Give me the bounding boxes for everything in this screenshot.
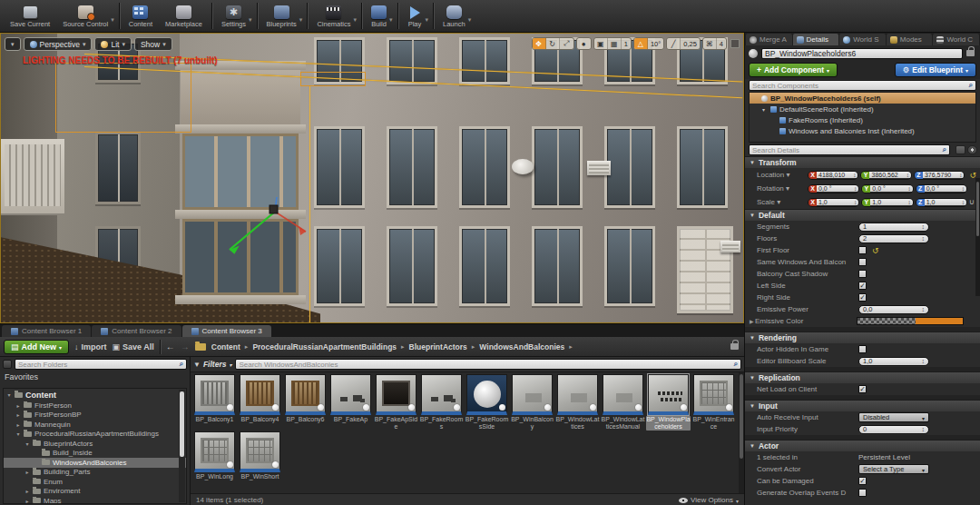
toolbar-button-launch[interactable]: Launch xyxy=(436,0,472,32)
tree-item-building_parts[interactable]: ▸Building_Parts xyxy=(4,468,186,478)
checkbox[interactable]: ✓ xyxy=(858,477,867,485)
breadcrumb-item[interactable]: BlueprintActors xyxy=(409,342,467,352)
checkbox[interactable]: ✓ xyxy=(858,385,867,393)
toolbar-button-save-current[interactable]: Save Current xyxy=(4,0,56,32)
spinner-icon[interactable]: ↕ xyxy=(962,199,965,205)
chevron-down-icon[interactable]: ▾ xyxy=(426,16,429,24)
tree-arrow-icon[interactable]: ▸ xyxy=(15,411,21,418)
grid-snap-icon[interactable]: ▦ xyxy=(608,38,622,49)
chevron-down-icon[interactable]: ▾ xyxy=(468,16,472,24)
axis-z-field[interactable]: Z376,5790↕ xyxy=(914,171,965,180)
search-details-input[interactable]: Search Details ⌕ xyxy=(749,144,950,155)
tree-item-content[interactable]: ▾Content xyxy=(4,389,186,401)
value-field[interactable]: 1,0↕ xyxy=(858,357,929,366)
show-button[interactable]: Show▾ xyxy=(134,37,172,51)
color-swatch[interactable] xyxy=(857,317,964,325)
tree-arrow-icon[interactable]: ▸ xyxy=(24,469,30,475)
forward-arrow-icon[interactable]: → xyxy=(181,342,190,352)
add-new-button[interactable]: ▤ Add New▾ xyxy=(4,340,69,354)
transform-gizmo[interactable] xyxy=(217,195,317,277)
viewport-options-dropdown[interactable]: ▾ xyxy=(5,37,21,51)
section-header-input[interactable]: ▼Input xyxy=(745,400,980,411)
property-matrix-icon[interactable] xyxy=(956,145,965,154)
world-local-toggle-icon[interactable]: ● xyxy=(577,38,591,49)
rotate-tool-icon[interactable]: ↻ xyxy=(546,38,560,49)
collapse-sources-icon[interactable] xyxy=(3,360,12,369)
choose-path-folder-icon[interactable] xyxy=(195,343,206,351)
asset-bp_fakeap[interactable]: BP_FakeAp xyxy=(328,374,373,431)
section-header-transform[interactable]: ▼Transform xyxy=(745,156,980,168)
edit-blueprint-button[interactable]: ⚙ Edit Blueprint▾ xyxy=(895,63,976,77)
tree-item-enum[interactable]: Enum xyxy=(4,477,186,487)
search-folders-input[interactable]: Search Folders ⌕ xyxy=(15,359,187,370)
spinner-icon[interactable]: ↕ xyxy=(854,199,857,205)
spinner-icon[interactable]: ↕ xyxy=(922,306,926,312)
dropdown-field[interactable]: Disabled▾ xyxy=(858,412,929,422)
tree-arrow-icon[interactable]: ▸ xyxy=(24,488,30,494)
surface-snap-icon[interactable]: ▣ xyxy=(594,38,608,49)
tab-content-browser-1[interactable]: Content Browser 1 xyxy=(2,325,91,337)
tree-arrow-icon[interactable]: ▾ xyxy=(15,431,21,437)
asset-bp_balcony1[interactable]: BP_Balcony1 xyxy=(192,374,237,431)
asset-bp_winlong[interactable]: BP_WinLong xyxy=(192,431,237,480)
checkbox[interactable] xyxy=(858,489,867,497)
asset-bp_windowlatticesmanual[interactable]: BP_WindowLatticesManual xyxy=(601,374,645,431)
axis-x-field[interactable]: X4188,010↕ xyxy=(808,171,858,180)
tab-details[interactable]: Details xyxy=(793,34,839,45)
spinner-icon[interactable]: ↕ xyxy=(853,172,856,178)
section-header-default[interactable]: ▼Default xyxy=(745,209,980,221)
toolbar-button-cinematics[interactable]: Cinematics xyxy=(310,0,357,32)
grid-snap-value[interactable]: 1 xyxy=(622,40,631,48)
save-all-button[interactable]: ▣ Save All xyxy=(113,342,154,352)
checkbox[interactable]: ✓ xyxy=(858,293,867,302)
checkbox[interactable] xyxy=(858,246,867,254)
scale-snap-icon[interactable]: ╱ xyxy=(667,38,681,49)
breadcrumb-item[interactable]: ProceduralRussianApartmentBuildings xyxy=(252,342,397,352)
spinner-icon[interactable]: ↕ xyxy=(854,185,857,192)
tree-item-firstpersonbp[interactable]: ▸FirstPersonBP xyxy=(4,411,186,421)
scale-snap-value[interactable]: 0,25 xyxy=(681,40,700,48)
viewport-3d[interactable]: LIGHTING NEEDS TO BE REBUILT (7 unbuilt)… xyxy=(0,33,744,323)
tree-arrow-icon[interactable]: ▸ xyxy=(15,402,21,409)
value-field[interactable]: 1↕ xyxy=(858,223,929,232)
asset-bp_fakeapside[interactable]: BP_FakeApSide xyxy=(374,374,418,431)
view-options-button[interactable]: View Options▾ xyxy=(679,496,739,504)
search-assets-input[interactable]: Search WindowsAndBalconies ⌕ xyxy=(235,359,741,370)
checkbox[interactable] xyxy=(858,345,867,353)
details-scrollbar[interactable] xyxy=(975,178,980,296)
spinner-icon[interactable]: ↕ xyxy=(962,185,965,192)
axis-y-field[interactable]: Y0,0 °↕ xyxy=(861,184,913,193)
chevron-down-icon[interactable]: ▾ xyxy=(299,16,303,24)
lock-browser-icon[interactable] xyxy=(730,343,739,350)
component-row[interactable]: BP_WindowPlaceholders6 (self) xyxy=(750,93,975,104)
value-field[interactable]: 0,0↕ xyxy=(858,305,929,314)
tab-modes[interactable]: Modes xyxy=(887,34,933,45)
translate-tool-icon[interactable]: ✥ xyxy=(533,38,546,49)
section-header-rendering[interactable]: ▼Rendering xyxy=(745,332,980,343)
tree-item-build_inside[interactable]: Build_Inside xyxy=(4,449,186,459)
tree-item-windowsandbalconies[interactable]: WindowsAndBalconies xyxy=(4,458,186,468)
value-field[interactable]: 2↕ xyxy=(858,234,929,243)
toolbar-button-marketplace[interactable]: Marketplace xyxy=(159,0,209,32)
section-header-actor[interactable]: ▼Actor xyxy=(745,440,980,451)
toolbar-button-content[interactable]: Content xyxy=(122,0,159,32)
rotation-snap-value[interactable]: 10° xyxy=(648,40,663,48)
spinner-icon[interactable]: ↕ xyxy=(922,235,926,242)
component-row[interactable]: ▾DefaultSceneRoot (Inherited) xyxy=(750,104,975,114)
tree-item-mannequin[interactable]: ▸Mannequin xyxy=(4,420,186,430)
tab-merge-a[interactable]: Merge A xyxy=(746,34,792,45)
value-field[interactable]: 0↕ xyxy=(858,425,929,434)
chevron-down-icon[interactable]: ▾ xyxy=(389,16,393,24)
tree-item-blueprintactors[interactable]: ▾BlueprintActors xyxy=(4,439,186,449)
chevron-down-icon[interactable]: ▾ xyxy=(249,16,252,24)
asset-bp_winentrance[interactable]: BP_WinEntrance xyxy=(691,374,736,431)
chevron-down-icon[interactable]: ▾ xyxy=(353,16,357,24)
tab-world-s[interactable]: World S xyxy=(839,34,886,45)
axis-z-field[interactable]: Z0,0 °↕ xyxy=(916,184,967,193)
back-arrow-icon[interactable]: ← xyxy=(166,342,175,352)
lock-icon[interactable] xyxy=(966,50,975,56)
lit-mode-button[interactable]: Lit▾ xyxy=(94,37,132,51)
actor-name-field[interactable]: BP_WindowPlaceholders6 xyxy=(761,48,963,59)
reset-to-default-icon[interactable]: ↺ xyxy=(872,246,879,255)
tab-content-browser-3[interactable]: Content Browser 3 xyxy=(182,325,271,337)
